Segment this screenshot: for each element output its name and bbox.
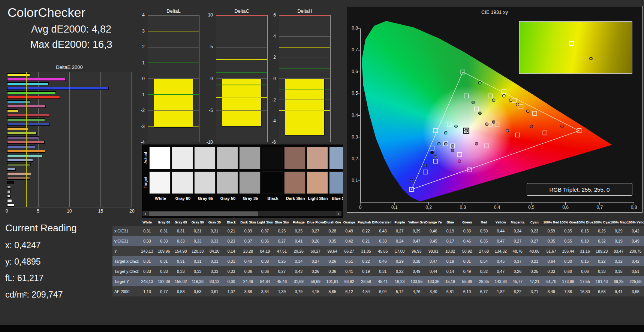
table-cell: 0,33 <box>206 236 223 246</box>
swatch-actual-light-skin[interactable] <box>307 147 328 169</box>
swatch-target-black[interactable] <box>262 171 283 194</box>
bottom-bar <box>0 325 644 332</box>
table-cell: 103,95 <box>408 276 425 286</box>
gridline <box>216 47 267 48</box>
table-cell: 0,27 <box>526 236 543 246</box>
table-cell: 96,93 <box>408 246 425 256</box>
swatch-label: Gray 50 <box>217 196 239 201</box>
table-cell: 0,38 <box>408 256 425 266</box>
deltae-bar-cyan <box>7 100 30 103</box>
threshold-line <box>148 126 199 127</box>
table-cell: 0,47 <box>492 266 509 276</box>
table-cell: 0,55 <box>560 236 577 246</box>
x-axis-label: 0,7 <box>596 205 603 210</box>
table-cell: 0,33 <box>139 266 156 276</box>
table-cell: 50,92 <box>459 246 476 256</box>
swatch-actual-dark-skin[interactable] <box>284 147 306 169</box>
table-cell: 0,59 <box>543 226 560 236</box>
table-cell: 0,33 <box>156 266 172 276</box>
table-cell: 4,76 <box>408 286 425 296</box>
table-cell: 189,96 <box>156 246 172 256</box>
table-column-header-magenta: Magenta <box>509 219 526 226</box>
table-column-header-100-red: 100% Red <box>543 219 560 226</box>
swatch-target-gray-50[interactable] <box>217 171 238 194</box>
scrollbar-track[interactable] <box>148 211 336 216</box>
table-cell: 68,92 <box>341 276 358 286</box>
deltae-bar-gray-65 <box>7 195 10 198</box>
table-column-header-dark-skin: Dark Skin <box>240 219 257 226</box>
deltae-bar-gray-35 <box>7 186 11 189</box>
page-title: ColorChecker <box>7 5 135 20</box>
swatch-target-gray-35[interactable] <box>239 171 261 194</box>
table-cell: 0,49 <box>341 226 358 236</box>
swatch-actual-blue-sky[interactable] <box>329 147 343 169</box>
table-cell: 0,33 <box>543 266 560 276</box>
table-cell: 0,23 <box>223 236 240 246</box>
table-cell: 0,46 <box>459 236 476 246</box>
swatch-target-light-skin[interactable] <box>307 171 328 194</box>
swatch-actual-gray-80[interactable] <box>172 147 193 169</box>
gridline <box>148 142 199 142</box>
table-cell: 0,37 <box>509 256 526 266</box>
y-axis-label: -2 <box>141 108 145 113</box>
swatch-actual-gray-65[interactable] <box>194 147 216 169</box>
table-cell: 225,58 <box>627 276 644 286</box>
table-cell: 0,33 <box>156 236 172 246</box>
table-column-header-moderate-red: Moderate Red <box>374 219 391 226</box>
deltaC-bar <box>222 79 262 127</box>
table-cell: 0,42 <box>341 236 358 246</box>
table-cell: 29,26 <box>290 246 307 256</box>
table-cell: 0,31 <box>139 256 156 266</box>
threshold-line <box>279 110 330 111</box>
deltae-bar-orange-yellow <box>7 127 28 130</box>
table-cell: 17,55 <box>577 276 593 286</box>
table-cell: 51,67 <box>543 246 560 256</box>
table-cell: 18,02 <box>442 246 459 256</box>
table-cell: 69,25 <box>610 276 627 286</box>
swatch-actual-gray-35[interactable] <box>239 147 261 169</box>
swatch-actual-black[interactable] <box>262 147 283 169</box>
y-axis-label: -1 <box>141 92 145 97</box>
swatch-target-gray-65[interactable] <box>194 171 216 194</box>
deltae-chart <box>7 72 132 207</box>
x-axis-label: 15 <box>98 208 103 214</box>
table-cell: 134,32 <box>492 246 509 256</box>
table-corner-cell <box>112 219 139 226</box>
scrollbar-thumb[interactable] <box>149 211 258 216</box>
swatch-target-blue-sky[interactable] <box>329 171 343 194</box>
gridline <box>216 79 267 79</box>
swatch-target-white[interactable] <box>149 171 171 194</box>
swatch-target-dark-skin[interactable] <box>284 171 306 194</box>
table-cell: 0,22 <box>358 226 374 236</box>
table-cell: 0,30 <box>560 256 577 266</box>
swatch-target-gray-80[interactable] <box>172 171 193 194</box>
scroll-right-icon[interactable]: ► <box>336 211 341 216</box>
max-de2000-readout: Max dE2000: 16,3 <box>7 39 135 51</box>
table-cell: 99,64 <box>324 246 341 256</box>
swatch-actual-white[interactable] <box>149 147 171 169</box>
inset-measured-point <box>589 57 593 60</box>
table-cell: 0,44 <box>492 226 509 236</box>
table-cell: 0,31 <box>189 226 206 236</box>
inset-target-square <box>569 41 574 46</box>
swatch-actual-gray-50[interactable] <box>217 147 238 169</box>
threshold-line <box>216 97 267 98</box>
gridline <box>216 110 267 111</box>
deltaL-bar <box>154 79 193 128</box>
deltae-bar-red <box>7 114 49 117</box>
x-axis-label: 0,3 <box>460 205 466 210</box>
table-cell: 120,38 <box>189 246 206 256</box>
table-cell: 0,00 <box>223 276 240 286</box>
table-column-header-light-skin: Light Skin <box>256 219 273 226</box>
y-axis-label: 0,5 <box>348 91 358 96</box>
table-cell: 0,33 <box>459 226 476 236</box>
table-cell: 156,44 <box>560 246 577 256</box>
table-cell: 5,65 <box>324 286 341 296</box>
table-cell: 0,37 <box>256 226 273 236</box>
table-cell: 45,65 <box>374 246 391 256</box>
swatch-label: Dark Skin <box>284 196 307 201</box>
swatch-scrollbar[interactable]: ◄ ► <box>142 211 341 216</box>
scroll-left-icon[interactable]: ◄ <box>142 211 148 216</box>
table-cell: 0,31 <box>374 266 391 276</box>
table-cell: 155,02 <box>172 276 189 286</box>
